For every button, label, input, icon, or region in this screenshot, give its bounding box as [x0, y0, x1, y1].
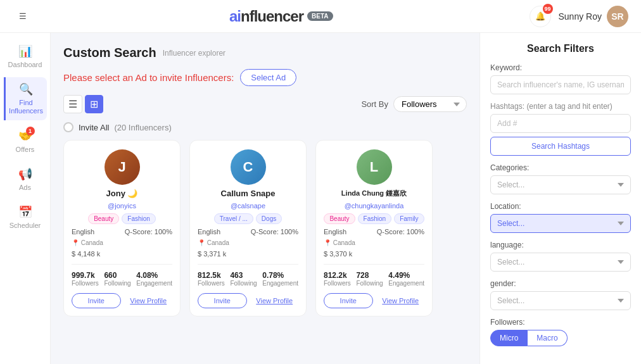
followers-lbl-callum: Followers	[198, 280, 225, 287]
scheduler-icon: 📅	[18, 205, 32, 219]
sidebar-item-scheduler[interactable]: 📅 Scheduler	[4, 200, 47, 234]
card-tags-callum: Travel / ... Dogs	[214, 213, 282, 224]
following-lbl-jony: Following	[104, 280, 130, 287]
followers-metric-jony: 999.7k Followers	[72, 271, 99, 287]
followers-val-jony: 999.7k	[72, 271, 95, 280]
search-hashtags-button[interactable]: Search Hashtags	[490, 137, 631, 156]
following-lbl-callum: Following	[230, 280, 257, 287]
tag-beauty: Beauty	[88, 213, 119, 224]
sort-select[interactable]: Followers Engagement Following	[393, 96, 467, 112]
followers-lbl-linda: Followers	[324, 280, 351, 287]
keyword-input[interactable]	[490, 75, 631, 94]
beta-badge: BETA	[307, 11, 333, 21]
invite-button-callum[interactable]: Invite	[198, 293, 247, 308]
top-bar: ☰ ainfluencer BETA 🔔 99 Sunny Roy SR	[0, 0, 641, 33]
hashtags-label: Hashtags: (enter a tag and hit enter)	[490, 102, 631, 111]
influencer-card-jony: J Jony 🌙 @jonyics Beauty Fashion English…	[63, 140, 181, 317]
metrics-callum: 812.5k Followers 463 Following 0.78% Eng…	[198, 271, 298, 287]
metrics-linda: 812.2k Followers 728 Following 4.49% Eng…	[324, 271, 424, 287]
hamburger-menu[interactable]: ☰	[13, 5, 33, 27]
tag-fashion-linda: Fashion	[358, 213, 392, 224]
followers-micro-button[interactable]: Micro	[490, 330, 528, 346]
sidebar-item-label: Dashboard	[8, 61, 42, 68]
search-filters-panel: Search Filters Keyword: Hashtags: (enter…	[479, 33, 641, 364]
avatar-initials: SR	[611, 11, 623, 22]
followers-val-linda: 812.2k	[324, 271, 347, 280]
sidebar-item-dashboard[interactable]: 📊 Dashboard	[4, 39, 47, 73]
invite-all-row: Invite All (20 Influencers)	[63, 122, 467, 132]
location-select[interactable]: Select... Canada United States United Ki…	[490, 214, 631, 233]
view-profile-button-callum[interactable]: View Profile	[251, 293, 299, 308]
language-filter: language: Select... English Spanish Fren…	[490, 241, 631, 272]
qscore-callum: Q-Score: 100%	[251, 228, 298, 235]
followers-label: Followers:	[490, 318, 631, 327]
top-right-area: 🔔 99 Sunny Roy SR	[530, 6, 628, 27]
user-info: Sunny Roy SR	[559, 6, 628, 27]
card-tags-jony: Beauty Fashion	[88, 213, 156, 224]
notification-badge: 99	[543, 4, 553, 14]
followers-filter: Followers: Micro Macro	[490, 318, 631, 346]
location-filter: Location: Select... Canada United States…	[490, 202, 631, 233]
keyword-filter: Keyword:	[490, 63, 631, 94]
page-header: Custom Search Influencer explorer	[63, 46, 467, 60]
engagement-val-linda: 4.49%	[388, 271, 410, 280]
view-toggles: ☰ ⊞	[63, 95, 103, 113]
followers-metric-callum: 812.5k Followers	[198, 271, 225, 287]
sidebar-item-label: Find Influencers	[9, 99, 43, 115]
sort-area: Sort By Followers Engagement Following	[361, 96, 467, 112]
language-jony: English	[72, 228, 94, 235]
card-username-linda: @chungkayanlinda	[345, 202, 404, 210]
card-actions-jony: Invite View Profile	[72, 293, 172, 308]
price-callum: $ 3,371 k	[198, 250, 226, 258]
invite-button-jony[interactable]: Invite	[72, 293, 121, 308]
view-profile-button-linda[interactable]: View Profile	[377, 293, 425, 308]
invite-button-linda[interactable]: Invite	[324, 293, 373, 308]
country-callum: 📍 Canada	[198, 239, 229, 246]
grid-view-button[interactable]: ⊞	[85, 95, 103, 113]
language-label: language:	[490, 241, 631, 249]
following-val-callum: 463	[230, 271, 243, 280]
language-callum: English	[198, 228, 220, 235]
tag-family-linda: Family	[394, 213, 424, 224]
search-icon: 🔍	[19, 82, 33, 96]
categories-filter: Categories: Select... Beauty Fashion Tra…	[490, 163, 631, 194]
country-linda: 📍 Canada	[324, 239, 355, 246]
keyword-label: Keyword:	[490, 63, 631, 72]
engagement-metric-linda: 4.49% Engagement	[388, 271, 424, 287]
engagement-val-callum: 0.78%	[262, 271, 284, 280]
offers-badge: 1	[26, 127, 35, 135]
card-actions-linda: Invite View Profile	[324, 293, 424, 308]
notification-button[interactable]: 🔔 99	[530, 6, 551, 27]
hashtags-filter: Hashtags: (enter a tag and hit enter) Se…	[490, 102, 631, 156]
language-select[interactable]: Select... English Spanish French	[490, 253, 631, 272]
followers-macro-button[interactable]: Macro	[528, 330, 567, 346]
language-linda: English	[324, 228, 346, 235]
gender-select[interactable]: Select... Male Female Other	[490, 291, 631, 310]
card-name-callum: Callum Snape	[221, 189, 276, 198]
avatar-linda: L	[357, 149, 392, 185]
engagement-metric-jony: 4.08% Engagement	[136, 271, 172, 287]
followers-val-callum: 812.5k	[198, 271, 221, 280]
sidebar: 📊 Dashboard 🔍 Find Influencers 🤝 1 Offer…	[0, 33, 51, 364]
categories-select[interactable]: Select... Beauty Fashion Travel Food	[490, 175, 631, 194]
influencer-card-linda: L Linda Chung 鍾嘉欣 @chungkayanlinda Beaut…	[315, 140, 433, 317]
list-view-button[interactable]: ☰	[63, 95, 82, 113]
logo-text: ainfluencer	[229, 8, 303, 25]
card-name-jony: Jony 🌙	[106, 189, 138, 198]
sidebar-item-ads[interactable]: 📢 Ads	[4, 162, 47, 196]
select-ad-button[interactable]: Select Ad	[240, 69, 296, 86]
card-username-callum: @calsnape	[231, 202, 265, 210]
invite-all-count: (20 Influencers)	[114, 123, 171, 132]
avatar-jony: J	[105, 149, 140, 185]
engagement-metric-callum: 0.78% Engagement	[262, 271, 298, 287]
engagement-lbl-callum: Engagement	[262, 280, 298, 287]
card-username-jony: @jonyics	[108, 202, 136, 210]
sidebar-item-find-influencers[interactable]: 🔍 Find Influencers	[4, 77, 47, 120]
hashtags-input[interactable]	[490, 114, 631, 133]
invite-all-checkbox[interactable]	[63, 122, 73, 132]
card-actions-callum: Invite View Profile	[198, 293, 298, 308]
sidebar-item-label: Ads	[19, 184, 31, 191]
sidebar-item-offers[interactable]: 🤝 1 Offers	[4, 124, 47, 158]
sort-label: Sort By	[361, 99, 388, 109]
view-profile-button-jony[interactable]: View Profile	[125, 293, 173, 308]
